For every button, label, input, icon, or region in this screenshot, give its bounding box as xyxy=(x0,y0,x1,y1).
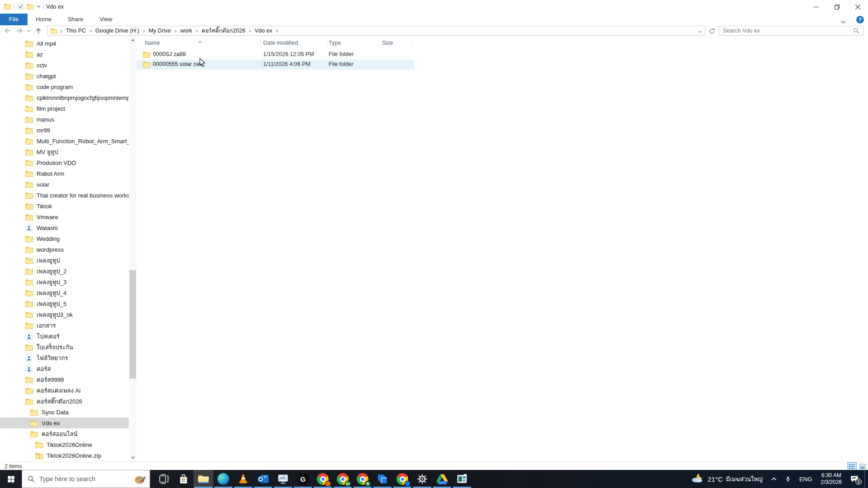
taskbar-settings[interactable] xyxy=(412,470,432,488)
sidebar-item[interactable]: เพลงยูทูป_5 xyxy=(0,298,137,309)
sidebar-item[interactable]: คอร์สแต่งเพลง Ai xyxy=(0,385,137,396)
column-header-type[interactable]: Type xyxy=(329,40,341,49)
sidebar-item[interactable]: Vmware xyxy=(0,211,137,222)
breadcrumb-chevron-icon[interactable]: › xyxy=(275,27,279,34)
sidebar-scrollbar[interactable] xyxy=(129,36,137,462)
taskbar-chrome-profile-orange[interactable] xyxy=(313,470,333,488)
breadcrumb-chevron-icon[interactable]: › xyxy=(142,27,146,34)
breadcrumb-chevron-icon[interactable]: › xyxy=(174,27,178,34)
column-header-date-modified[interactable]: Date modified xyxy=(263,40,298,49)
taskbar-chrome-profile-n[interactable]: N xyxy=(353,470,373,488)
taskbar-edge[interactable] xyxy=(213,470,233,488)
recent-locations-chevron-icon[interactable] xyxy=(25,26,32,35)
sidebar-item[interactable]: โปสเตอร์ xyxy=(0,331,137,342)
breadcrumb-item[interactable]: This PC xyxy=(63,28,89,34)
scrollbar-up-arrow-icon[interactable] xyxy=(129,36,137,44)
sidebar-item[interactable]: cctv xyxy=(0,60,137,70)
sidebar-item[interactable]: Thai creator for real business workshop xyxy=(0,190,137,201)
ribbon-tab-home[interactable]: Home xyxy=(28,14,60,25)
sidebar-item[interactable]: code program xyxy=(0,81,137,92)
forward-button[interactable] xyxy=(14,26,24,35)
sidebar-item[interactable]: คอร์ส xyxy=(0,363,137,374)
microphone-icon[interactable] xyxy=(781,470,795,488)
sidebar-item[interactable]: Prodution VDO xyxy=(0,157,137,168)
sidebar-item[interactable]: wordpress xyxy=(0,244,137,255)
sidebar-item[interactable]: คอร์สออนไลน์ xyxy=(0,428,137,439)
notification-center-icon[interactable]: 1 xyxy=(846,470,864,488)
taskbar-chrome-profile-sj[interactable]: SJ xyxy=(333,470,353,488)
taskbar-file-explorer[interactable] xyxy=(193,470,213,488)
restore-button[interactable] xyxy=(826,0,847,14)
sidebar-item[interactable]: ไฟล์วิทยากร xyxy=(0,352,137,363)
sidebar-item[interactable]: Wedding xyxy=(0,233,137,244)
column-separator[interactable] xyxy=(326,39,327,47)
refresh-icon[interactable] xyxy=(707,27,717,36)
sidebar-item[interactable]: Tiktok2026Online xyxy=(0,439,137,450)
column-separator[interactable] xyxy=(379,39,379,47)
scrollbar-thumb[interactable] xyxy=(129,270,136,379)
breadcrumb-item[interactable]: work xyxy=(178,28,195,34)
sidebar-item[interactable]: เอกสาร xyxy=(0,320,137,331)
sidebar-item[interactable]: ใบเสร็จประกัน xyxy=(0,342,137,352)
qat-customize-chevron-icon[interactable] xyxy=(37,5,41,8)
properties-check-icon[interactable] xyxy=(17,3,24,10)
sidebar-item[interactable]: cplklnmnlbnpmjogncfgfijoopmnlemp xyxy=(0,92,137,103)
taskbar-microsoft-store[interactable] xyxy=(174,470,193,488)
sidebar-item[interactable]: Multi_Function_Robot_Arm_Smart_Car xyxy=(0,136,137,146)
thumbnails-view-button[interactable] xyxy=(858,462,867,470)
sidebar-item[interactable]: Watashi xyxy=(0,222,137,233)
weather-widget[interactable]: 21°C มีเมฆส่วนใหญ่ xyxy=(686,470,767,488)
file-row[interactable]: 0000SJ za881/15/2026 12:05 PMFile folder xyxy=(137,50,868,60)
sidebar-item[interactable]: เพลงยูทูป_3 xyxy=(0,277,137,287)
column-separator[interactable] xyxy=(260,39,260,47)
breadcrumb-item[interactable]: คอร์สติ๊กต๊อก2026 xyxy=(199,26,248,35)
sidebar-item[interactable]: film project xyxy=(0,103,137,114)
new-folder-icon[interactable] xyxy=(27,4,34,9)
address-dropdown-chevron-icon[interactable] xyxy=(695,27,705,35)
breadcrumb-chevron-icon[interactable]: › xyxy=(195,27,199,34)
search-icon[interactable] xyxy=(853,28,863,34)
help-icon[interactable]: ? xyxy=(856,16,864,23)
taskbar-stream-app[interactable] xyxy=(373,470,392,488)
breadcrumb-chevron-icon[interactable]: › xyxy=(248,27,252,34)
taskbar-google-drive[interactable] xyxy=(432,470,452,488)
sidebar-item[interactable]: เพลงยูทูป xyxy=(0,255,137,266)
sidebar-item[interactable]: solar xyxy=(0,179,137,190)
sidebar-item[interactable]: เพลงยูทูป_4 xyxy=(0,287,137,298)
tray-expand-chevron-icon[interactable] xyxy=(767,470,781,488)
ribbon-collapse-chevron-icon[interactable] xyxy=(841,17,846,25)
close-button[interactable] xyxy=(847,0,868,14)
taskbar-vlc[interactable] xyxy=(233,470,253,488)
file-row[interactable]: 00000555 solar cell1/11/2026 4:06 PMFile… xyxy=(137,60,868,70)
palette-icon[interactable] xyxy=(133,473,147,485)
address-bar[interactable]: › This PC›Google Drive (H:)›My Drive›wor… xyxy=(47,26,705,36)
sidebar-item[interactable]: mr99 xyxy=(0,125,137,136)
taskbar-camera-monitor[interactable] xyxy=(273,470,293,488)
search-box[interactable]: Search Vdo ex xyxy=(719,26,863,36)
taskbar-outlook[interactable] xyxy=(253,470,273,488)
sidebar-item[interactable]: Tiktok2026Online.zip xyxy=(0,450,137,461)
taskbar-logitech-g[interactable]: G xyxy=(293,470,313,488)
breadcrumb-item[interactable]: Vdo ex xyxy=(252,28,275,34)
ribbon-tab-view[interactable]: View xyxy=(91,14,120,25)
clock[interactable]: 6:30 AM 2/3/2026 xyxy=(816,472,846,486)
sidebar-item[interactable]: Robot Arm xyxy=(0,168,137,179)
back-button[interactable] xyxy=(3,26,13,35)
ribbon-tab-share[interactable]: Share xyxy=(60,14,92,25)
breadcrumb-chevron-icon[interactable]: › xyxy=(89,27,93,34)
column-header-size[interactable]: Size xyxy=(382,40,393,49)
minimize-button[interactable] xyxy=(806,0,826,14)
sidebar-item[interactable]: Sync Data xyxy=(0,407,137,418)
taskbar-virtual-machine[interactable] xyxy=(452,470,472,488)
start-button[interactable] xyxy=(0,470,22,488)
sidebar-item[interactable]: manus xyxy=(0,114,137,125)
breadcrumb-item[interactable]: My Drive xyxy=(146,28,174,34)
scrollbar-down-arrow-icon[interactable] xyxy=(129,454,137,462)
column-separator[interactable] xyxy=(411,39,412,47)
up-button[interactable] xyxy=(33,26,43,35)
sidebar-item[interactable]: เพลงยูทูป_2 xyxy=(0,266,137,277)
taskbar-task-view[interactable] xyxy=(154,470,174,488)
sidebar-item[interactable]: chatgpt xyxy=(0,70,137,81)
sidebar-item[interactable]: Tiktok xyxy=(0,201,137,211)
language-indicator[interactable]: ENG xyxy=(795,470,816,488)
